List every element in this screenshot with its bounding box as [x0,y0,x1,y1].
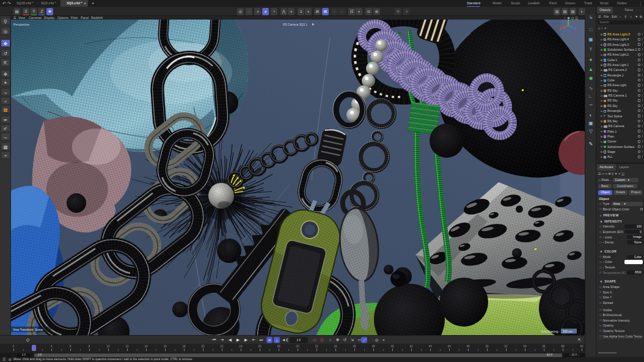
svg-text:Grid Spacing :: Grid Spacing : [541,330,560,333]
svg-text:Z: Z [575,28,577,31]
svg-text:500 cm: 500 cm [563,330,573,333]
svg-text:View Transform: Scene: View Transform: Scene [13,328,43,331]
svg-text:Perspective: Perspective [13,23,29,26]
svg-text:RS Camera SQ3 1: RS Camera SQ3 1 [283,23,307,26]
